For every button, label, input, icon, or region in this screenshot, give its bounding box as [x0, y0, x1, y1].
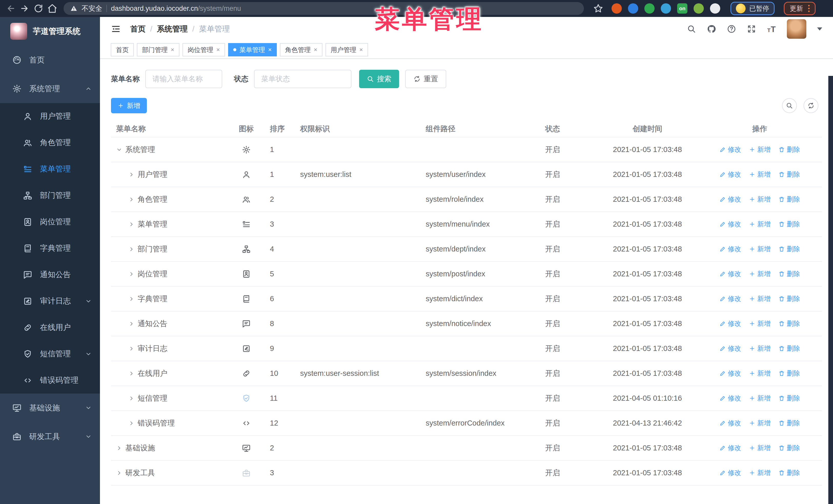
add-link[interactable]: 新增 — [749, 418, 771, 428]
delete-link[interactable]: 删除 — [779, 294, 800, 303]
extension-green-tool-icon[interactable] — [694, 3, 704, 14]
user-avatar[interactable] — [787, 19, 806, 39]
tab-user[interactable]: 用户管理× — [326, 43, 368, 56]
edit-link[interactable]: 修改 — [719, 469, 741, 477]
delete-link[interactable]: 删除 — [779, 469, 800, 477]
tab-close-icon[interactable]: × — [171, 47, 174, 53]
expand-toggle-icon[interactable] — [128, 296, 135, 302]
add-link[interactable]: 新增 — [749, 245, 771, 254]
edit-link[interactable]: 修改 — [719, 245, 741, 254]
expand-toggle-icon[interactable] — [128, 171, 135, 178]
add-link[interactable]: 新增 — [749, 294, 771, 303]
fullscreen-icon[interactable] — [747, 24, 756, 33]
menu-name-input[interactable]: 请输入菜单名称 — [145, 70, 222, 88]
delete-link[interactable]: 删除 — [779, 319, 800, 328]
expand-toggle-icon[interactable] — [128, 271, 135, 277]
add-link[interactable]: 新增 — [749, 394, 771, 403]
extension-orange-circle-icon[interactable] — [612, 3, 622, 14]
sidebar-item-dict-management[interactable]: 字典管理 — [0, 235, 100, 262]
delete-link[interactable]: 删除 — [779, 170, 800, 179]
add-link[interactable]: 新增 — [749, 170, 771, 179]
back-icon[interactable] — [6, 3, 16, 14]
sidebar-item-infrastructure[interactable]: 基础设施 — [0, 393, 100, 422]
expand-toggle-icon[interactable] — [116, 147, 122, 153]
delete-link[interactable]: 删除 — [779, 344, 800, 353]
expand-toggle-icon[interactable] — [128, 196, 135, 202]
tab-close-icon[interactable]: × — [359, 47, 363, 53]
avatar-caret-down-icon[interactable] — [817, 27, 822, 30]
expand-toggle-icon[interactable] — [128, 321, 135, 327]
toggle-search-button[interactable] — [782, 98, 797, 113]
edit-link[interactable]: 修改 — [719, 319, 741, 328]
sidebar-item-dev-tools[interactable]: 研发工具 — [0, 422, 100, 451]
delete-link[interactable]: 删除 — [779, 443, 800, 453]
tab-home[interactable]: 首页 — [111, 43, 134, 56]
expand-toggle-icon[interactable] — [128, 420, 135, 426]
status-select[interactable]: 菜单状态 — [254, 70, 351, 88]
font-size-icon[interactable]: TT — [767, 24, 776, 33]
expand-toggle-icon[interactable] — [128, 395, 135, 402]
sidebar-item-sms-management[interactable]: 短信管理 — [0, 341, 100, 367]
browser-menu-dots-icon[interactable] — [808, 5, 810, 12]
forward-icon[interactable] — [20, 3, 30, 14]
add-link[interactable]: 新增 — [749, 319, 771, 328]
edit-link[interactable]: 修改 — [719, 443, 741, 453]
edit-link[interactable]: 修改 — [719, 195, 741, 204]
add-link[interactable]: 新增 — [749, 195, 771, 204]
edit-link[interactable]: 修改 — [719, 294, 741, 303]
extension-white-puzzle-icon[interactable] — [710, 3, 720, 14]
expand-toggle-icon[interactable] — [128, 370, 135, 377]
browser-update-button[interactable]: 更新 — [784, 2, 815, 15]
sidebar-item-post-management[interactable]: 岗位管理 — [0, 209, 100, 235]
tab-close-icon[interactable]: × — [314, 47, 317, 53]
search-icon[interactable] — [687, 24, 696, 33]
sidebar-item-user-management[interactable]: 用户管理 — [0, 103, 100, 129]
address-bar[interactable]: 不安全 dashboard.yudao.iocoder.cn/system/me… — [64, 2, 584, 15]
app-logo-row[interactable]: 芋道管理系统 — [0, 17, 100, 46]
breadcrumb-system[interactable]: 系统管理 — [157, 24, 188, 34]
breadcrumb-home[interactable]: 首页 — [130, 24, 146, 34]
sidebar-item-error-code[interactable]: 错误码管理 — [0, 367, 100, 393]
refresh-table-button[interactable] — [804, 98, 818, 113]
delete-link[interactable]: 删除 — [779, 369, 800, 378]
tab-close-icon[interactable]: × — [268, 47, 272, 53]
sidebar-item-notice[interactable]: 通知公告 — [0, 262, 100, 288]
expand-toggle-icon[interactable] — [116, 470, 122, 476]
edit-link[interactable]: 修改 — [719, 145, 741, 154]
edit-link[interactable]: 修改 — [719, 269, 741, 279]
sidebar-item-home[interactable]: 首页 — [0, 46, 100, 74]
tab-menu[interactable]: 菜单管理× — [228, 43, 277, 56]
extension-on-badge-icon[interactable]: on — [677, 3, 687, 14]
delete-link[interactable]: 删除 — [779, 269, 800, 279]
tab-close-icon[interactable]: × — [216, 47, 220, 53]
tab-post[interactable]: 岗位管理× — [183, 43, 225, 56]
add-link[interactable]: 新增 — [749, 269, 771, 279]
add-link[interactable]: 新增 — [749, 220, 771, 229]
reload-icon[interactable] — [33, 3, 44, 14]
delete-link[interactable]: 删除 — [779, 245, 800, 254]
sidebar-item-menu-management[interactable]: 菜单管理 — [0, 156, 100, 182]
expand-toggle-icon[interactable] — [128, 221, 135, 227]
delete-link[interactable]: 删除 — [779, 220, 800, 229]
add-link[interactable]: 新增 — [749, 443, 771, 453]
sidebar-item-audit-log[interactable]: 审计日志 — [0, 288, 100, 314]
delete-link[interactable]: 删除 — [779, 195, 800, 204]
github-icon[interactable] — [707, 24, 716, 33]
help-icon[interactable] — [727, 24, 736, 33]
expand-toggle-icon[interactable] — [116, 445, 122, 451]
tab-role[interactable]: 角色管理× — [280, 43, 323, 56]
add-button[interactable]: 新增 — [111, 98, 147, 113]
delete-link[interactable]: 删除 — [779, 145, 800, 154]
sidebar-toggle-icon[interactable] — [111, 24, 121, 34]
edit-link[interactable]: 修改 — [719, 344, 741, 353]
edit-link[interactable]: 修改 — [719, 418, 741, 428]
edit-link[interactable]: 修改 — [719, 394, 741, 403]
delete-link[interactable]: 删除 — [779, 418, 800, 428]
delete-link[interactable]: 删除 — [779, 394, 800, 403]
reset-button[interactable]: 重置 — [405, 70, 446, 88]
sidebar-item-role-management[interactable]: 角色管理 — [0, 129, 100, 156]
extension-blue-gem-icon[interactable] — [628, 3, 638, 14]
expand-toggle-icon[interactable] — [128, 246, 135, 252]
add-link[interactable]: 新增 — [749, 145, 771, 154]
add-link[interactable]: 新增 — [749, 369, 771, 378]
